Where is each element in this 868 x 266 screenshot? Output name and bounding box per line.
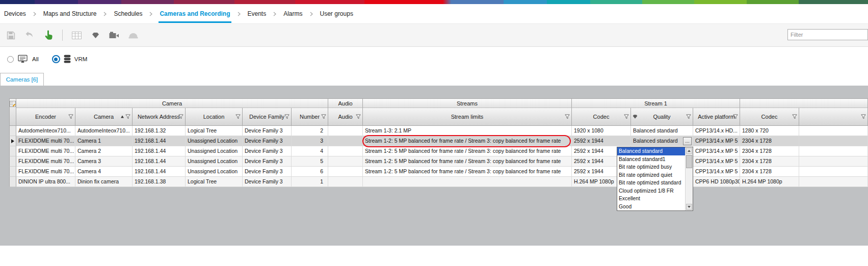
save-button[interactable] xyxy=(3,28,18,43)
table-row[interactable]: FLEXIDOME multi 70...Camera 4192.168.1.4… xyxy=(9,167,868,177)
dropdown-option[interactable]: Balanced standard1 xyxy=(617,155,685,164)
column-header-number[interactable]: Number xyxy=(292,108,328,126)
cell-extra[interactable] xyxy=(799,126,868,136)
select-all-corner[interactable] xyxy=(9,98,16,126)
filter-funnel-icon[interactable] xyxy=(125,114,130,119)
cell-device-family[interactable]: Device Family 3 xyxy=(243,146,292,156)
cell-camera[interactable]: Camera 1 xyxy=(75,136,133,146)
device-table-button[interactable] xyxy=(69,28,84,43)
quality-dropdown-open-button[interactable]: ... xyxy=(683,137,692,145)
column-header-extra[interactable] xyxy=(799,108,868,126)
nav-item-events[interactable]: Events xyxy=(248,4,267,23)
dropdown-option[interactable]: Good xyxy=(617,203,685,211)
radio-checked-icon[interactable] xyxy=(52,55,60,63)
cell-camera[interactable]: AutodomeInteox710... xyxy=(75,126,133,136)
cell-location[interactable]: Unassigned Location xyxy=(186,156,243,167)
cell-quality-combo[interactable]: Balanced standard... xyxy=(631,136,693,146)
cell-codec[interactable]: 1280 x 720 xyxy=(740,126,799,136)
cell-network-address[interactable]: 192.168.1.44 xyxy=(133,156,186,167)
filter-funnel-icon[interactable] xyxy=(321,114,326,119)
row-selector[interactable] xyxy=(9,156,16,167)
camera-export-button[interactable] xyxy=(107,28,122,43)
cell-audio[interactable] xyxy=(328,167,363,177)
hand-pen-button[interactable] xyxy=(41,28,56,43)
cell-stream-limits[interactable] xyxy=(363,177,572,187)
cell-extra[interactable] xyxy=(799,167,868,177)
cell-location[interactable]: Unassigned Location xyxy=(186,136,243,146)
filter-funnel-icon[interactable] xyxy=(792,114,797,119)
row-selector[interactable] xyxy=(9,177,16,187)
cell-location[interactable]: Logical Tree xyxy=(186,177,243,187)
filter-funnel-icon[interactable] xyxy=(861,114,866,119)
cell-encoder[interactable]: FLEXIDOME multi 70... xyxy=(16,146,75,156)
cell-audio[interactable] xyxy=(328,126,363,136)
cell-camera[interactable]: Camera 4 xyxy=(75,167,133,177)
table-row[interactable]: AutodomeInteox710...AutodomeInteox710...… xyxy=(9,126,868,136)
scroll-down-icon[interactable] xyxy=(686,204,692,210)
cell-codec[interactable]: H.264 MP 1080p xyxy=(740,177,799,187)
cell-active-platform[interactable]: CPP13/14.x MP 5 xyxy=(693,167,740,177)
cell-codec[interactable]: 2304 x 1728 xyxy=(740,136,799,146)
cell-stream-limits[interactable]: Stream 1-2: 5 MP balanced for frame rate… xyxy=(363,167,572,177)
table-row[interactable]: FLEXIDOME multi 70...Camera 3192.168.1.4… xyxy=(9,156,868,167)
cell-location[interactable]: Unassigned Location xyxy=(186,167,243,177)
cell-location[interactable]: Logical Tree xyxy=(186,126,243,136)
radio-option-vrm[interactable]: VRM xyxy=(52,55,88,64)
column-header-codec[interactable]: Codec xyxy=(740,108,799,126)
cell-number[interactable]: 2 xyxy=(292,126,328,136)
dropdown-option[interactable]: Excellent xyxy=(617,195,685,203)
row-selector[interactable] xyxy=(9,146,16,156)
row-selector[interactable] xyxy=(9,126,16,136)
cell-stream-limits[interactable]: Stream 1-2: 5 MP balanced for frame rate… xyxy=(363,146,572,156)
cell-network-address[interactable]: 192.168.1.38 xyxy=(133,177,186,187)
cell-location[interactable]: Unassigned Location xyxy=(186,146,243,156)
dropdown-option[interactable]: Cloud optimized 1/8 FR xyxy=(617,187,685,195)
tab-cameras[interactable]: Cameras [6] xyxy=(0,73,44,86)
cell-stream-limits[interactable]: Stream 1-3: 2.1 MP xyxy=(363,126,572,136)
cell-device-family[interactable]: Device Family 3 xyxy=(243,167,292,177)
diamond-button[interactable] xyxy=(88,28,103,43)
cell-audio[interactable] xyxy=(328,136,363,146)
column-header-location[interactable]: Location xyxy=(186,108,243,126)
cell-audio[interactable] xyxy=(328,146,363,156)
cell-number[interactable]: 4 xyxy=(292,146,328,156)
cell-active-platform[interactable]: CPP6 HD 1080p30 xyxy=(693,177,740,187)
cell-camera[interactable]: Dinion fix camera xyxy=(75,177,133,187)
filter-funnel-icon[interactable] xyxy=(733,114,738,119)
nav-item-cameras-and-recording[interactable]: Cameras and Recording xyxy=(160,4,230,23)
filter-funnel-icon[interactable] xyxy=(235,114,241,119)
scrollbar-thumb[interactable] xyxy=(686,155,692,168)
cell-codec[interactable]: 2592 x 1944 xyxy=(572,136,631,146)
scroll-up-icon[interactable] xyxy=(686,148,692,154)
cell-encoder[interactable]: FLEXIDOME multi 70... xyxy=(16,167,75,177)
cell-codec[interactable]: 2304 x 1728 xyxy=(740,146,799,156)
cell-active-platform[interactable]: CPP13/14.x HD... xyxy=(693,126,740,136)
filter-funnel-icon[interactable] xyxy=(356,114,361,119)
nav-item-user-groups[interactable]: User groups xyxy=(320,4,353,23)
radio-unchecked-icon[interactable] xyxy=(7,56,14,63)
table-row[interactable]: FLEXIDOME multi 70...Camera 1192.168.1.4… xyxy=(9,136,868,146)
cell-active-platform[interactable]: CPP13/14.x MP 5 xyxy=(693,156,740,167)
cell-number[interactable]: 6 xyxy=(292,167,328,177)
cell-stream-limits[interactable]: Stream 1-2: 5 MP balanced for frame rate… xyxy=(363,156,572,167)
dropdown-option[interactable]: Bit rate optimized quiet xyxy=(617,171,685,179)
dome-camera-button[interactable] xyxy=(125,28,141,43)
cell-device-family[interactable]: Device Family 3 xyxy=(243,156,292,167)
cell-number[interactable]: 5 xyxy=(292,156,328,167)
filter-funnel-icon[interactable] xyxy=(68,114,73,119)
dropdown-option[interactable]: Bit rate optimized standard xyxy=(617,179,685,187)
table-row[interactable]: DINION IP ultra 800...Dinion fix camera1… xyxy=(9,177,868,187)
nav-item-alarms[interactable]: Alarms xyxy=(283,4,302,23)
column-header-device-family[interactable]: Device Family xyxy=(243,108,292,126)
row-selector[interactable] xyxy=(9,136,16,146)
column-header-network-address[interactable]: Network Address xyxy=(133,108,186,126)
cell-number[interactable]: 1 xyxy=(292,177,328,187)
cell-audio[interactable] xyxy=(328,177,363,187)
column-header-camera[interactable]: Camera xyxy=(75,108,133,126)
cell-network-address[interactable]: 192.168.1.32 xyxy=(133,126,186,136)
cell-active-platform[interactable]: CPP13/14.x MP 5 xyxy=(693,136,740,146)
filter-funnel-icon[interactable] xyxy=(178,114,183,119)
column-header-audio[interactable]: Audio xyxy=(328,108,363,126)
dropdown-option[interactable]: Bit rate optimized busy xyxy=(617,163,685,171)
table-row[interactable]: FLEXIDOME multi 70...Camera 2192.168.1.4… xyxy=(9,146,868,156)
